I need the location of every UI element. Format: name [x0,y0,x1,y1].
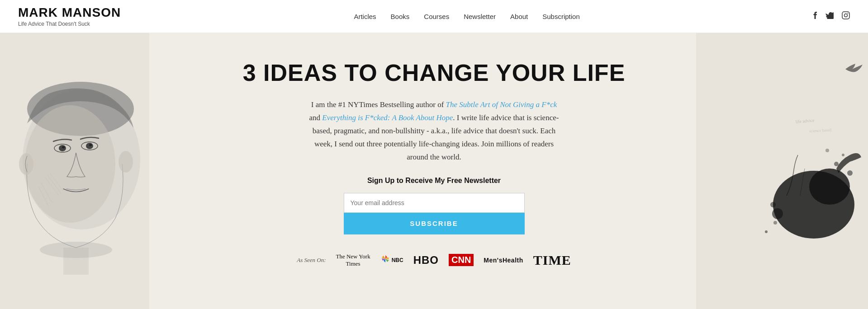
nbc-peacock-icon [380,254,390,266]
nav-about[interactable]: About [510,13,528,20]
svg-point-12 [89,144,92,146]
cnn-text: CNN [449,254,474,266]
nav-articles[interactable]: Articles [354,13,376,20]
signup-label: Sign Up to Receive My Free Newsletter [367,177,501,185]
svg-point-31 [765,230,768,233]
svg-point-9 [62,146,65,149]
svg-point-28 [772,208,783,219]
nav-subscription[interactable]: Subscription [542,13,580,20]
svg-point-14 [19,153,33,175]
desc-text-2: and [309,113,323,122]
site-subtitle: Life Advice That Doesn't Suck [18,21,121,27]
svg-point-24 [40,242,112,258]
logo-area: MARK MANSON Life Advice That Doesn't Suc… [18,5,121,27]
time-logo: TIME [533,253,571,268]
site-header: MARK MANSON Life Advice That Doesn't Suc… [0,0,868,33]
instagram-icon[interactable] [842,11,850,22]
site-title: MARK MANSON [18,5,121,20]
nbc-logo: NBC [380,254,403,266]
hbo-logo: HBO [413,254,439,267]
nyt-logo: The New YorkTimes [336,253,370,267]
book1-link[interactable]: The Subtle Art of Not Giving a F*ck [446,100,557,109]
svg-point-1 [844,14,847,17]
svg-rect-0 [842,12,849,19]
book2-link[interactable]: Everything is F*cked: A Book About Hope [322,113,453,122]
hero-title: 3 IDEAS TO CHANGE YOUR LIFE [243,60,626,86]
svg-marker-43 [382,256,385,259]
svg-point-27 [809,169,850,205]
svg-point-35 [847,170,853,176]
svg-point-34 [825,149,829,152]
as-seen-on-label: As Seen On: [297,257,326,264]
main-nav: Articles Books Courses Newsletter About … [354,13,579,20]
svg-marker-40 [385,259,389,262]
svg-point-8 [59,145,66,151]
svg-rect-25 [696,33,868,309]
ink-splatter-right: life advice science based [696,33,868,309]
svg-point-33 [842,154,844,156]
hero-description: I am the #1 NYTimes Bestselling author o… [308,98,561,164]
svg-point-11 [86,143,93,149]
menshealth-logo: Men'sHealth [484,257,523,264]
twitter-icon[interactable] [825,12,834,21]
subscribe-button[interactable]: SUBSCRIBE [344,213,525,234]
svg-point-29 [770,202,776,207]
nbc-text: NBC [392,257,403,263]
nav-courses[interactable]: Courses [424,13,449,20]
press-logos-area: As Seen On: The New YorkTimes NBC [297,253,571,268]
svg-point-30 [773,221,777,225]
svg-point-6 [25,105,115,223]
desc-text-1: I am the #1 NYTimes Bestselling author o… [311,100,446,109]
email-form: SUBSCRIBE [344,193,525,234]
svg-point-2 [847,13,848,14]
center-content-area: 3 IDEAS TO CHANGE YOUR LIFE I am the #1 … [163,33,705,268]
nav-books[interactable]: Books [391,13,410,20]
svg-point-32 [834,162,839,166]
nav-newsletter[interactable]: Newsletter [464,13,496,20]
facebook-icon[interactable] [813,11,817,22]
social-icons-group [813,11,850,22]
portrait-area [0,33,149,309]
main-content: life advice science based 3 IDEAS TO CHA… [0,33,868,309]
svg-point-15 [119,151,133,173]
email-input[interactable] [344,193,525,213]
cnn-logo: CNN [449,254,474,266]
